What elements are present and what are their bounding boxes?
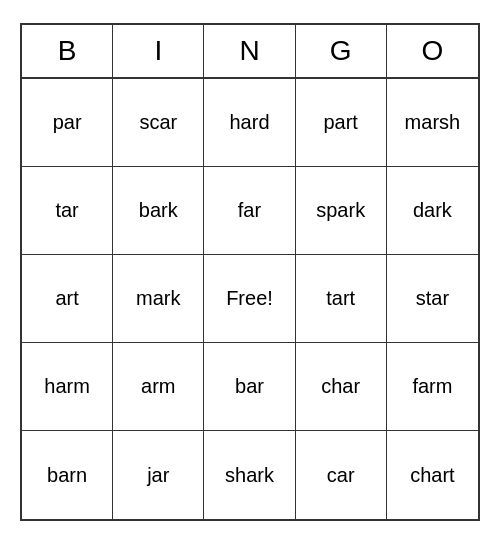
header-b: B (22, 25, 113, 77)
header-n: N (204, 25, 295, 77)
bingo-body: parscarhardpartmarshtarbarkfarsparkdarka… (22, 79, 478, 519)
bingo-cell-14: star (387, 255, 478, 343)
bingo-header: B I N G O (22, 25, 478, 79)
bingo-cell-3: part (296, 79, 387, 167)
bingo-cell-16: arm (113, 343, 204, 431)
bingo-cell-19: farm (387, 343, 478, 431)
bingo-cell-18: char (296, 343, 387, 431)
header-o: O (387, 25, 478, 77)
bingo-cell-1: scar (113, 79, 204, 167)
bingo-cell-20: barn (22, 431, 113, 519)
bingo-cell-12: Free! (204, 255, 295, 343)
bingo-cell-11: mark (113, 255, 204, 343)
bingo-cell-5: tar (22, 167, 113, 255)
bingo-cell-13: tart (296, 255, 387, 343)
bingo-cell-22: shark (204, 431, 295, 519)
bingo-cell-21: jar (113, 431, 204, 519)
bingo-card: B I N G O parscarhardpartmarshtarbarkfar… (20, 23, 480, 521)
bingo-cell-23: car (296, 431, 387, 519)
bingo-cell-2: hard (204, 79, 295, 167)
bingo-cell-9: dark (387, 167, 478, 255)
bingo-cell-0: par (22, 79, 113, 167)
bingo-cell-4: marsh (387, 79, 478, 167)
header-i: I (113, 25, 204, 77)
bingo-cell-15: harm (22, 343, 113, 431)
bingo-cell-10: art (22, 255, 113, 343)
bingo-cell-8: spark (296, 167, 387, 255)
bingo-cell-24: chart (387, 431, 478, 519)
bingo-cell-7: far (204, 167, 295, 255)
header-g: G (296, 25, 387, 77)
bingo-cell-17: bar (204, 343, 295, 431)
bingo-cell-6: bark (113, 167, 204, 255)
